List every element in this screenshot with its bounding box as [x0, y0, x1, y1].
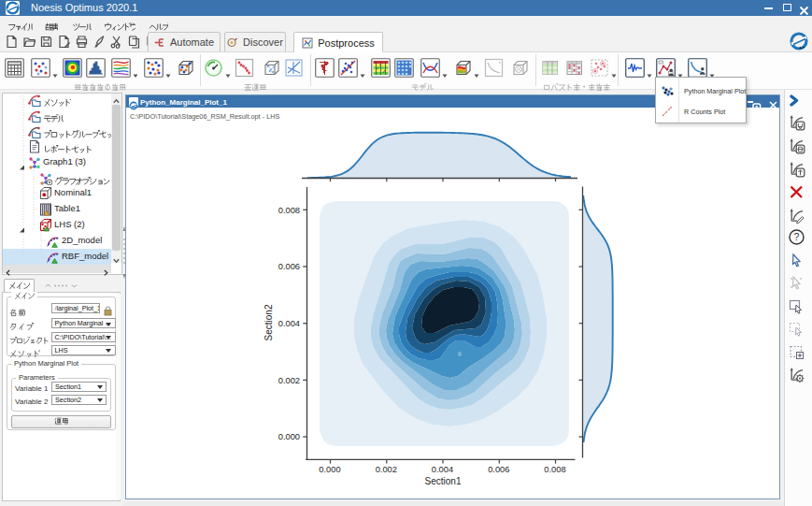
svg-text:0.000: 0.000 [278, 432, 300, 441]
svg-text:0.006: 0.006 [488, 465, 509, 474]
svg-text:Section2: Section2 [264, 304, 274, 340]
svg-text:Section1: Section1 [425, 476, 462, 486]
svg-text:0.000: 0.000 [319, 465, 340, 474]
svg-text:0.008: 0.008 [278, 206, 300, 215]
svg-text:0.008: 0.008 [544, 465, 565, 474]
svg-text:0.006: 0.006 [278, 262, 300, 271]
svg-text:0.002: 0.002 [376, 465, 397, 474]
svg-text:0.004: 0.004 [432, 465, 453, 474]
svg-text:0.004: 0.004 [278, 319, 300, 328]
svg-text:0.002: 0.002 [278, 376, 300, 385]
svg-text:?: ? [794, 231, 800, 242]
